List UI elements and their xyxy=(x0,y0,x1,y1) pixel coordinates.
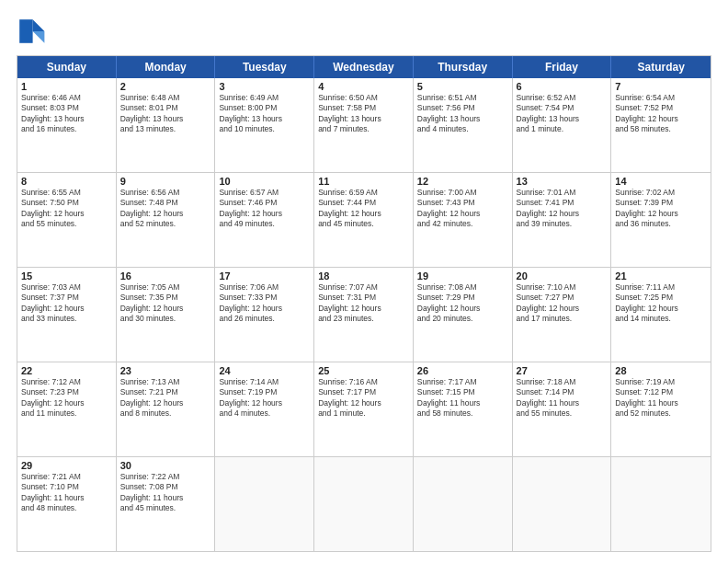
calendar: SundayMondayTuesdayWednesdayThursdayFrid… xyxy=(17,55,711,552)
calendar-cell: 17Sunrise: 7:06 AM Sunset: 7:33 PM Dayli… xyxy=(215,268,314,362)
cell-info: Sunrise: 7:18 AM Sunset: 7:14 PM Dayligh… xyxy=(517,377,608,419)
calendar-cell: 28Sunrise: 7:19 AM Sunset: 7:12 PM Dayli… xyxy=(611,362,711,456)
day-number: 25 xyxy=(318,365,409,376)
calendar-row-4: 22Sunrise: 7:12 AM Sunset: 7:23 PM Dayli… xyxy=(17,362,711,456)
calendar-cell: 26Sunrise: 7:17 AM Sunset: 7:15 PM Dayli… xyxy=(414,362,513,456)
day-number: 8 xyxy=(21,176,112,187)
cell-info: Sunrise: 7:22 AM Sunset: 7:08 PM Dayligh… xyxy=(120,472,211,514)
day-number: 12 xyxy=(417,176,508,187)
cell-info: Sunrise: 7:17 AM Sunset: 7:15 PM Dayligh… xyxy=(417,377,508,419)
cell-info: Sunrise: 7:02 AM Sunset: 7:39 PM Dayligh… xyxy=(615,188,707,230)
day-number: 30 xyxy=(120,460,211,471)
cell-info: Sunrise: 7:19 AM Sunset: 7:12 PM Dayligh… xyxy=(615,377,707,419)
header-cell-sunday: Sunday xyxy=(17,56,117,78)
calendar-cell: 1Sunrise: 6:46 AM Sunset: 8:03 PM Daylig… xyxy=(17,78,117,172)
calendar-cell: 8Sunrise: 6:55 AM Sunset: 7:50 PM Daylig… xyxy=(17,173,117,267)
calendar-row-2: 8Sunrise: 6:55 AM Sunset: 7:50 PM Daylig… xyxy=(17,172,711,267)
calendar-cell: 9Sunrise: 6:56 AM Sunset: 7:48 PM Daylig… xyxy=(117,173,216,267)
cell-info: Sunrise: 6:51 AM Sunset: 7:56 PM Dayligh… xyxy=(417,93,508,135)
cell-info: Sunrise: 6:48 AM Sunset: 8:01 PM Dayligh… xyxy=(120,93,211,135)
day-number: 7 xyxy=(615,81,707,92)
cell-info: Sunrise: 7:11 AM Sunset: 7:25 PM Dayligh… xyxy=(615,282,707,325)
day-number: 26 xyxy=(417,365,508,376)
calendar-cell xyxy=(215,457,314,551)
cell-info: Sunrise: 7:21 AM Sunset: 7:10 PM Dayligh… xyxy=(21,472,112,514)
calendar-cell: 14Sunrise: 7:02 AM Sunset: 7:39 PM Dayli… xyxy=(611,173,711,267)
cell-info: Sunrise: 7:12 AM Sunset: 7:23 PM Dayligh… xyxy=(21,377,112,419)
calendar-cell: 22Sunrise: 7:12 AM Sunset: 7:23 PM Dayli… xyxy=(17,362,117,456)
calendar-cell: 27Sunrise: 7:18 AM Sunset: 7:14 PM Dayli… xyxy=(513,362,612,456)
day-number: 21 xyxy=(615,270,707,282)
calendar-cell: 23Sunrise: 7:13 AM Sunset: 7:21 PM Dayli… xyxy=(117,362,216,456)
calendar-cell: 10Sunrise: 6:57 AM Sunset: 7:46 PM Dayli… xyxy=(215,173,314,267)
day-number: 6 xyxy=(517,81,608,92)
day-number: 11 xyxy=(318,176,409,187)
logo xyxy=(17,17,48,46)
calendar-cell: 20Sunrise: 7:10 AM Sunset: 7:27 PM Dayli… xyxy=(513,268,612,362)
cell-info: Sunrise: 7:13 AM Sunset: 7:21 PM Dayligh… xyxy=(120,377,211,419)
cell-info: Sunrise: 6:59 AM Sunset: 7:44 PM Dayligh… xyxy=(318,188,409,230)
cell-info: Sunrise: 7:07 AM Sunset: 7:31 PM Dayligh… xyxy=(318,282,409,325)
header-cell-thursday: Thursday xyxy=(414,56,513,78)
cell-info: Sunrise: 7:05 AM Sunset: 7:35 PM Dayligh… xyxy=(120,282,211,325)
cell-info: Sunrise: 7:16 AM Sunset: 7:17 PM Dayligh… xyxy=(318,377,409,419)
cell-info: Sunrise: 7:14 AM Sunset: 7:19 PM Dayligh… xyxy=(219,377,310,419)
day-number: 20 xyxy=(517,270,608,282)
day-number: 16 xyxy=(120,270,211,282)
day-number: 5 xyxy=(417,81,508,92)
calendar-cell: 29Sunrise: 7:21 AM Sunset: 7:10 PM Dayli… xyxy=(17,457,117,551)
calendar-cell: 11Sunrise: 6:59 AM Sunset: 7:44 PM Dayli… xyxy=(314,173,414,267)
cell-info: Sunrise: 7:01 AM Sunset: 7:41 PM Dayligh… xyxy=(517,188,608,230)
svg-rect-2 xyxy=(19,19,32,43)
cell-info: Sunrise: 6:55 AM Sunset: 7:50 PM Dayligh… xyxy=(21,188,112,230)
day-number: 9 xyxy=(120,176,211,187)
header-cell-tuesday: Tuesday xyxy=(215,56,314,78)
logo-icon xyxy=(17,17,46,46)
cell-info: Sunrise: 7:03 AM Sunset: 7:37 PM Dayligh… xyxy=(21,282,112,325)
calendar-cell: 13Sunrise: 7:01 AM Sunset: 7:41 PM Dayli… xyxy=(513,173,612,267)
day-number: 22 xyxy=(21,365,112,376)
cell-info: Sunrise: 7:06 AM Sunset: 7:33 PM Dayligh… xyxy=(219,282,310,325)
calendar-cell xyxy=(513,457,612,551)
day-number: 18 xyxy=(318,270,409,282)
day-number: 27 xyxy=(517,365,608,376)
header-cell-friday: Friday xyxy=(513,56,612,78)
cell-info: Sunrise: 6:50 AM Sunset: 7:58 PM Dayligh… xyxy=(318,93,409,135)
svg-marker-0 xyxy=(33,19,45,31)
cell-info: Sunrise: 7:00 AM Sunset: 7:43 PM Dayligh… xyxy=(417,188,508,230)
day-number: 24 xyxy=(219,365,310,376)
day-number: 3 xyxy=(219,81,310,92)
day-number: 1 xyxy=(21,81,112,92)
calendar-cell: 3Sunrise: 6:49 AM Sunset: 8:00 PM Daylig… xyxy=(215,78,314,172)
cell-info: Sunrise: 6:56 AM Sunset: 7:48 PM Dayligh… xyxy=(120,188,211,230)
day-number: 28 xyxy=(615,365,707,376)
calendar-cell xyxy=(414,457,513,551)
day-number: 19 xyxy=(417,270,508,282)
day-number: 13 xyxy=(517,176,608,187)
header-cell-saturday: Saturday xyxy=(611,56,711,78)
calendar-cell: 30Sunrise: 7:22 AM Sunset: 7:08 PM Dayli… xyxy=(117,457,216,551)
calendar-cell: 24Sunrise: 7:14 AM Sunset: 7:19 PM Dayli… xyxy=(215,362,314,456)
calendar-cell: 6Sunrise: 6:52 AM Sunset: 7:54 PM Daylig… xyxy=(513,78,612,172)
header-cell-monday: Monday xyxy=(117,56,216,78)
day-number: 14 xyxy=(615,176,707,187)
calendar-cell: 18Sunrise: 7:07 AM Sunset: 7:31 PM Dayli… xyxy=(314,268,414,362)
day-number: 23 xyxy=(120,365,211,376)
calendar-cell: 12Sunrise: 7:00 AM Sunset: 7:43 PM Dayli… xyxy=(414,173,513,267)
calendar-row-3: 15Sunrise: 7:03 AM Sunset: 7:37 PM Dayli… xyxy=(17,267,711,362)
day-number: 15 xyxy=(21,270,112,282)
calendar-cell: 4Sunrise: 6:50 AM Sunset: 7:58 PM Daylig… xyxy=(314,78,414,172)
header-cell-wednesday: Wednesday xyxy=(314,56,414,78)
page: SundayMondayTuesdayWednesdayThursdayFrid… xyxy=(0,0,728,563)
day-number: 17 xyxy=(219,270,310,282)
calendar-cell: 2Sunrise: 6:48 AM Sunset: 8:01 PM Daylig… xyxy=(117,78,216,172)
day-number: 29 xyxy=(21,460,112,471)
svg-marker-1 xyxy=(33,31,45,43)
calendar-row-5: 29Sunrise: 7:21 AM Sunset: 7:10 PM Dayli… xyxy=(17,456,711,551)
calendar-cell: 7Sunrise: 6:54 AM Sunset: 7:52 PM Daylig… xyxy=(611,78,711,172)
day-number: 4 xyxy=(318,81,409,92)
calendar-cell: 21Sunrise: 7:11 AM Sunset: 7:25 PM Dayli… xyxy=(611,268,711,362)
header xyxy=(17,17,711,46)
day-number: 2 xyxy=(120,81,211,92)
calendar-cell: 25Sunrise: 7:16 AM Sunset: 7:17 PM Dayli… xyxy=(314,362,414,456)
